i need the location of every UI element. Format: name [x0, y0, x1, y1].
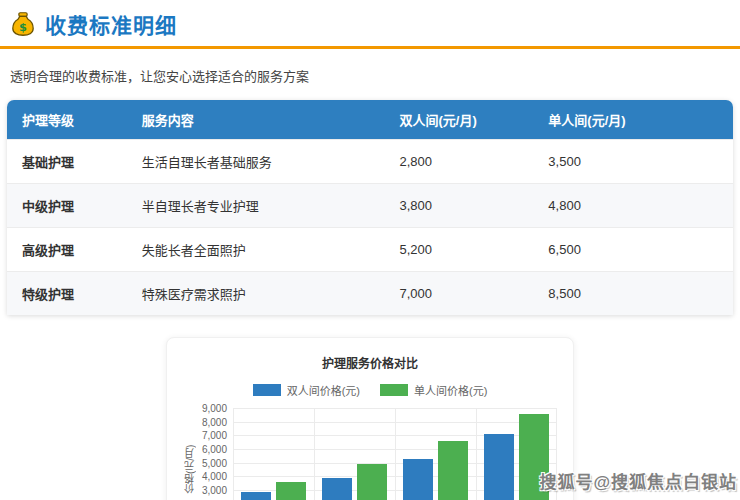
table-row: 中级护理半自理长者专业护理3,8004,800 — [7, 184, 733, 228]
y-axis-title: 价格(元/月) — [183, 408, 197, 500]
column-header: 双人间(元/月) — [385, 100, 534, 140]
y-tick-label: 5,000 — [202, 457, 227, 468]
bar — [357, 464, 387, 500]
watermark: 搜狐号@搜狐焦点白银站 — [539, 468, 737, 493]
table-row: 高级护理失能长者全面照护5,2006,500 — [7, 228, 733, 272]
chart-title: 护理服务价格对比 — [183, 354, 557, 371]
header-row: 护理等级服务内容双人间(元/月)单人间(元/月) — [7, 100, 733, 140]
table-cell: 中级护理 — [7, 184, 127, 228]
table-cell: 基础护理 — [7, 140, 127, 184]
chart-legend: 双人间价格(元)单人间价格(元) — [183, 382, 557, 398]
bar-group — [314, 408, 395, 500]
y-tick-label: 7,000 — [202, 430, 227, 441]
money-bag-icon: $ — [10, 11, 36, 37]
table-row: 基础护理生活自理长者基础服务2,8003,500 — [7, 140, 733, 184]
plot-area — [233, 408, 557, 500]
y-tick-label: 6,000 — [202, 444, 227, 455]
chart-body: 价格(元/月) 9,0008,0007,0006,0005,0004,0003,… — [183, 408, 557, 500]
legend-swatch — [380, 384, 408, 396]
page-title: 收费标准明细 — [45, 9, 177, 39]
y-tick-label: 8,000 — [202, 416, 227, 427]
table-cell: 特殊医疗需求照护 — [127, 272, 385, 316]
column-header: 单人间(元/月) — [533, 100, 733, 140]
table-cell: 7,000 — [385, 272, 534, 316]
y-tick-label: 4,000 — [202, 471, 227, 482]
y-axis-ticks: 9,0008,0007,0006,0005,0004,0003,0002,000… — [197, 408, 233, 500]
y-tick-label: 3,000 — [202, 485, 227, 496]
pricing-table: 护理等级服务内容双人间(元/月)单人间(元/月) 基础护理生活自理长者基础服务2… — [7, 100, 733, 315]
svg-text:$: $ — [19, 20, 27, 34]
legend-swatch — [253, 384, 281, 396]
table-cell: 失能长者全面照护 — [127, 228, 385, 272]
price-comparison-chart: 护理服务价格对比 双人间价格(元)单人间价格(元) 价格(元/月) 9,0008… — [166, 337, 574, 500]
legend-label: 双人间价格(元) — [287, 382, 360, 398]
table-cell: 生活自理长者基础服务 — [127, 140, 385, 184]
table-row: 特级护理特殊医疗需求照护7,0008,500 — [7, 272, 733, 316]
table-cell: 5,200 — [385, 228, 534, 272]
bar-group — [233, 408, 314, 500]
bar — [403, 459, 433, 500]
table-cell: 3,500 — [533, 140, 733, 184]
bar-group — [395, 408, 476, 500]
table-cell: 6,500 — [533, 228, 733, 272]
bar — [276, 482, 306, 500]
bar — [484, 434, 514, 500]
legend-label: 单人间价格(元) — [414, 382, 487, 398]
pricing-table-body: 基础护理生活自理长者基础服务2,8003,500中级护理半自理长者专业护理3,8… — [7, 140, 733, 316]
bars-layer — [233, 408, 557, 500]
accent-divider — [0, 46, 740, 49]
bar — [322, 478, 352, 500]
bar — [241, 492, 271, 500]
legend-item: 单人间价格(元) — [380, 382, 487, 398]
table-cell: 特级护理 — [7, 272, 127, 316]
legend-item: 双人间价格(元) — [253, 382, 360, 398]
column-header: 护理等级 — [7, 100, 127, 140]
page-subtitle: 透明合理的收费标准，让您安心选择适合的服务方案 — [10, 66, 728, 85]
y-tick-label: 9,000 — [202, 403, 227, 414]
column-header: 服务内容 — [127, 100, 385, 140]
pricing-table-header: 护理等级服务内容双人间(元/月)单人间(元/月) — [7, 100, 733, 140]
table-cell: 半自理长者专业护理 — [127, 184, 385, 228]
table-cell: 3,800 — [385, 184, 534, 228]
table-cell: 2,800 — [385, 140, 534, 184]
bar — [438, 441, 468, 500]
page-header: $ 收费标准明细 — [0, 0, 740, 39]
table-cell: 8,500 — [533, 272, 733, 316]
table-cell: 高级护理 — [7, 228, 127, 272]
table-cell: 4,800 — [533, 184, 733, 228]
